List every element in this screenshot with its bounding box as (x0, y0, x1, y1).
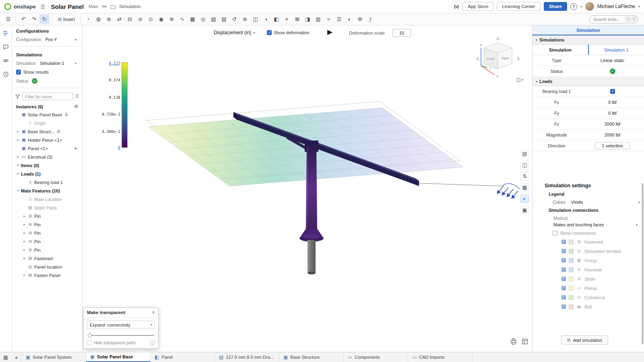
expand-arrow-icon[interactable]: ▸ (23, 273, 26, 277)
filter-input[interactable] (22, 93, 73, 100)
orbit-right-arrow-icon[interactable] (517, 56, 520, 61)
method-dropdown[interactable]: Mates and touching faces ▾ (533, 221, 644, 230)
slider-mate-icon[interactable]: ⇄ (114, 14, 124, 24)
refresh-icon[interactable]: ↻ (39, 14, 50, 24)
cylindrical-mate-icon[interactable]: ⊘ (135, 14, 145, 24)
measure-icon[interactable]: ⌖ (282, 14, 292, 24)
structure-panel-icon[interactable] (2, 29, 10, 37)
expand-arrow-icon[interactable]: ▸ (23, 257, 26, 260)
linear-pattern-icon[interactable]: ▤ (219, 14, 229, 24)
properties-panel-icon[interactable]: ▤ (520, 149, 529, 158)
conn-revolute[interactable]: ⊚ Revolute (533, 265, 644, 274)
print-icon[interactable] (510, 338, 517, 345)
tab-drawing[interactable]: ▤ 127.0 mm 8.0 mm Dra... (215, 352, 279, 362)
group-icon[interactable]: ▦ (188, 14, 198, 24)
result-type-dropdown[interactable]: Displacement (in) ▾ (214, 30, 255, 35)
property-value[interactable]: 0 lbf (608, 111, 617, 116)
connection-checkbox[interactable] (561, 249, 566, 253)
show-results-checkbox[interactable] (16, 70, 21, 74)
property-value[interactable]: 1 selection (595, 142, 630, 149)
conn-group[interactable]: ▦ Group (533, 256, 644, 265)
feature-list-icon[interactable]: ☰ (3, 14, 13, 24)
conn-fastened[interactable]: ⊞ Fastened (533, 237, 644, 246)
hide-transparent-checkbox[interactable] (87, 340, 92, 345)
user-name[interactable]: Michael LaFleche (597, 4, 635, 9)
share-button[interactable]: Share (544, 2, 567, 11)
appearance-panel-icon[interactable]: ◐ (520, 194, 529, 203)
versions-history-icon[interactable] (2, 70, 10, 78)
tab-cad-imports[interactable]: ▭ CAD Imports (408, 352, 473, 362)
expand-arrow-icon[interactable]: ▸ (16, 155, 20, 159)
avatar[interactable] (585, 2, 594, 11)
show-deformation-checkbox[interactable] (267, 30, 272, 35)
instance-base-structure[interactable]: ▸ ▣ Base Struct... ⚓ (12, 127, 82, 136)
layers-panel-icon[interactable]: ◫ (520, 161, 529, 169)
bom-icon[interactable]: ☰ (334, 14, 344, 24)
connection-checkbox[interactable] (561, 267, 566, 272)
tab-manager-icon[interactable]: ▦ (0, 352, 11, 362)
expand-arrow-icon[interactable]: ▸ (23, 231, 26, 235)
revolute-mate-icon[interactable]: ⊚ (104, 14, 114, 24)
named-positions-icon[interactable]: ◔ (83, 14, 93, 24)
weldment-icon[interactable]: ≈ (324, 14, 334, 24)
expand-arrow-icon[interactable]: ▾ (16, 172, 20, 176)
instance-holder-piece[interactable]: ▸ ▣ Holder Piece <1> (12, 136, 82, 144)
mate-connector-icon[interactable]: ◎ (198, 14, 208, 24)
mate-main-location[interactable]: ◎ Main Location (12, 195, 82, 203)
conn-planar[interactable]: ▱ Planar (533, 283, 644, 293)
orbit-left-arrow-icon[interactable] (476, 56, 479, 61)
expand-arrow-icon[interactable]: ▸ (23, 223, 26, 226)
ground-post-part[interactable] (308, 240, 316, 275)
learning-center-button[interactable]: Learning Center (497, 2, 540, 11)
property-value[interactable]: 2000 lbf (605, 122, 620, 126)
insert-instance-icon[interactable]: ⊞ (74, 104, 78, 109)
planar-mate-icon[interactable]: ⊟ (125, 14, 135, 24)
explode-icon[interactable]: ⊛ (240, 14, 250, 24)
load-bearing-load-1[interactable]: ⇓ Bearing load 1 (12, 178, 82, 186)
property-value[interactable]: 0 lbf (608, 100, 617, 105)
variables-icon[interactable]: ƒ (365, 14, 376, 24)
simulation-panel-tab[interactable]: Simulation (533, 25, 644, 35)
graphics-viewport[interactable]: Displacement (in) ▾ Show deformation ▶ D… (83, 25, 532, 352)
tab-solar-panel-base[interactable]: ▣ Solar Panel Base (86, 352, 151, 362)
expand-connectivity-dropdown[interactable]: Expand: connectivity ▾ (87, 321, 155, 329)
info-icon[interactable]: i (150, 340, 155, 345)
appearance-icon[interactable]: ◐ (345, 14, 355, 24)
ball-mate-icon[interactable]: ◉ (156, 14, 166, 24)
mass-properties-icon[interactable]: ⊠ (292, 14, 302, 24)
pin-slot-mate-icon[interactable]: ⊙ (146, 14, 156, 24)
colors-value[interactable]: Viridis (571, 200, 583, 205)
app-store-button[interactable]: App Store (462, 2, 493, 11)
chevron-down-icon[interactable]: ▾ (638, 201, 640, 204)
show-results-row[interactable]: Show results (12, 68, 82, 77)
sheet-metal-icon[interactable]: ◨ (303, 14, 313, 24)
instance-origin[interactable]: ⌖ Origin (12, 119, 82, 127)
frame-icon[interactable]: ▥ (313, 14, 323, 24)
view-cube[interactable]: Front Right Z X Y (475, 36, 521, 82)
group-items[interactable]: ▾ Items (0) (12, 161, 82, 170)
simulation-icon[interactable]: ⚙ (355, 14, 365, 24)
legend-min-value[interactable]: 0 (118, 145, 120, 150)
tables-panel-icon[interactable]: ▦ (520, 183, 529, 192)
scrollbar[interactable] (642, 183, 644, 344)
slider-knob[interactable] (88, 333, 92, 337)
tab-panel[interactable]: ◧ Panel (151, 352, 215, 362)
instance-panel[interactable]: ▣ Panel <1> ⇤ (12, 144, 82, 153)
workspace-label[interactable]: Main (89, 4, 98, 9)
undo-icon[interactable]: ↶ (19, 14, 29, 24)
conn-cylindrical[interactable]: ⊘ Cylindrical (533, 293, 644, 302)
add-tab-button[interactable]: + (11, 352, 22, 362)
mate-pin-5[interactable]: ▸ ⊚ Pin (12, 246, 82, 254)
configuration-dropdown[interactable]: Pos Y ▾ (43, 36, 78, 43)
custom-features-panel-icon[interactable]: ▣ (520, 206, 529, 214)
play-animation-button[interactable]: ▶ (327, 28, 332, 36)
conn-ball[interactable]: ◉ Ball (533, 302, 644, 311)
instance-solar-panel-base[interactable]: ▣ Solar Panel Base ⚓ (12, 110, 82, 119)
model-canvas[interactable] (83, 25, 532, 352)
expand-arrow-icon[interactable]: ▾ (16, 189, 20, 192)
main-menu-icon[interactable]: ☰ (41, 4, 45, 10)
tab-components[interactable]: ▭ Components (344, 352, 408, 362)
replicate-icon[interactable]: ▧ (208, 14, 219, 24)
transparency-slider[interactable] (88, 333, 154, 338)
circular-pattern-icon[interactable]: ↺ (229, 14, 239, 24)
